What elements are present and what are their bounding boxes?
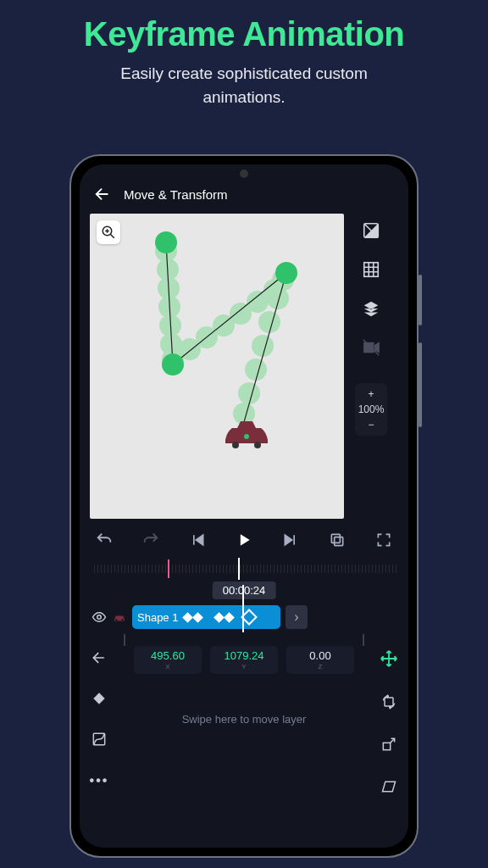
svg-rect-33: [385, 698, 393, 706]
svg-point-15: [267, 287, 289, 309]
keyframe-icon[interactable]: [92, 692, 106, 705]
fullscreen-icon[interactable]: [374, 531, 393, 549]
rotate-tool-icon[interactable]: [380, 693, 397, 710]
svg-rect-34: [383, 743, 390, 749]
layer-track: Shape 1 ›: [80, 583, 408, 634]
coord-x[interactable]: 495.60X: [134, 646, 202, 674]
visibility-icon[interactable]: [92, 609, 107, 625]
copy-icon[interactable]: [328, 531, 347, 549]
coord-y[interactable]: 1079.24Y: [210, 646, 278, 674]
layer-thumb-car-icon: [112, 609, 127, 625]
undo-icon[interactable]: [95, 531, 114, 549]
playback-bar: [80, 519, 408, 556]
scale-tool-icon[interactable]: [380, 736, 397, 753]
promo-subtitle: Easily create sophisticated custom anima…: [0, 62, 488, 108]
redo-icon[interactable]: [141, 531, 160, 549]
more-icon[interactable]: •••: [90, 773, 109, 788]
in-point-marker[interactable]: [168, 559, 169, 578]
clip-expand-icon[interactable]: ›: [286, 605, 308, 629]
skew-tool-icon[interactable]: [380, 778, 397, 795]
svg-point-19: [238, 382, 260, 404]
svg-point-31: [97, 615, 102, 620]
svg-rect-29: [335, 537, 343, 546]
clip-label: Shape 1: [137, 611, 178, 624]
canvas-bg-icon[interactable]: [361, 220, 381, 241]
move-hint: Swipe here to move layer: [122, 713, 366, 726]
svg-rect-30: [331, 534, 340, 542]
zoom-in-button[interactable]: +: [368, 388, 374, 400]
svg-point-21: [155, 231, 177, 253]
back-icon[interactable]: [93, 185, 112, 203]
svg-point-22: [162, 353, 184, 376]
animation-clip[interactable]: Shape 1: [132, 605, 280, 629]
svg-point-25: [254, 442, 261, 448]
zoom-out-button[interactable]: −: [368, 419, 374, 431]
timeline-ruler[interactable]: 00:00:24: [92, 558, 396, 583]
skip-start-icon[interactable]: [188, 531, 207, 549]
svg-point-16: [258, 311, 280, 333]
svg-point-23: [275, 262, 297, 284]
svg-point-24: [232, 442, 239, 448]
svg-point-26: [244, 434, 249, 439]
layers-icon[interactable]: [361, 298, 381, 319]
grid-icon[interactable]: [361, 259, 381, 280]
phone-mockup: Move & Transform: [69, 154, 419, 858]
play-icon[interactable]: [235, 531, 253, 549]
skip-end-icon[interactable]: [281, 531, 300, 549]
property-panel: ••• 495.60X 1079.24Y 0.00Z Swipe here to…: [80, 634, 408, 848]
canvas[interactable]: [90, 214, 344, 519]
promo-title: Keyframe Animation: [0, 0, 488, 53]
playhead[interactable]: [238, 558, 240, 580]
zoom-control: + 100% −: [355, 383, 388, 436]
header-title: Move & Transform: [124, 187, 228, 202]
zoom-value: 100%: [358, 403, 385, 415]
svg-point-18: [245, 359, 267, 381]
move-tool-icon[interactable]: [380, 649, 398, 668]
back-arrow-icon[interactable]: [91, 649, 108, 666]
coord-z[interactable]: 0.00Z: [286, 646, 354, 674]
easing-icon[interactable]: [91, 731, 108, 748]
app-screen: Move & Transform: [80, 164, 408, 848]
svg-rect-28: [364, 263, 379, 277]
svg-point-17: [252, 335, 274, 357]
camera-off-icon[interactable]: [361, 337, 381, 358]
